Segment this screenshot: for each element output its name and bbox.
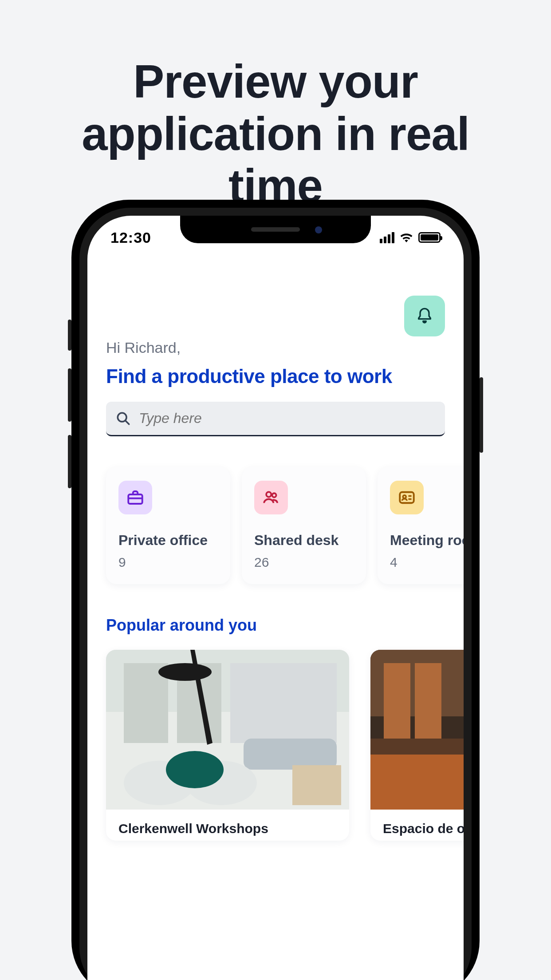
signal-icon bbox=[380, 232, 394, 243]
svg-rect-6 bbox=[400, 492, 414, 503]
popular-card[interactable]: Clerkenwell Workshops bbox=[106, 650, 349, 841]
category-count: 9 bbox=[118, 555, 218, 570]
phone-side-button bbox=[68, 368, 71, 422]
svg-point-19 bbox=[158, 663, 212, 681]
category-row[interactable]: Private office 9 Shared desk 26 bbox=[106, 467, 464, 584]
category-count: 4 bbox=[390, 555, 464, 570]
status-time: 12:30 bbox=[110, 229, 151, 246]
phone-screen: 12:30 Hi Richard, Find a productive plac… bbox=[87, 216, 464, 980]
battery-icon bbox=[418, 232, 441, 243]
svg-point-7 bbox=[403, 495, 406, 498]
popular-card[interactable]: Espacio de of bbox=[370, 650, 464, 841]
svg-point-5 bbox=[272, 493, 276, 497]
phone-side-button bbox=[480, 377, 483, 453]
category-card-shared-desk[interactable]: Shared desk 26 bbox=[242, 467, 366, 584]
popular-row[interactable]: Clerkenwell Workshops bbox=[106, 650, 464, 841]
svg-rect-26 bbox=[370, 739, 464, 755]
bell-icon bbox=[416, 307, 433, 325]
svg-line-1 bbox=[126, 420, 129, 424]
notifications-button[interactable] bbox=[404, 296, 445, 336]
svg-rect-20 bbox=[292, 765, 341, 805]
svg-rect-15 bbox=[244, 739, 337, 770]
phone-frame: 12:30 Hi Richard, Find a productive plac… bbox=[71, 200, 480, 980]
greeting-text: Hi Richard, bbox=[106, 339, 445, 356]
search-icon bbox=[116, 411, 131, 426]
svg-rect-25 bbox=[370, 752, 464, 810]
popular-section-title: Popular around you bbox=[106, 616, 445, 635]
tagline-text: Find a productive place to work bbox=[106, 365, 445, 387]
search-field[interactable] bbox=[106, 402, 445, 436]
search-input[interactable] bbox=[139, 410, 435, 427]
category-title: Shared desk bbox=[254, 532, 354, 549]
category-title: Meeting roo bbox=[390, 532, 464, 549]
popular-title: Clerkenwell Workshops bbox=[106, 810, 349, 841]
users-icon bbox=[262, 488, 280, 507]
category-card-meeting-room[interactable]: Meeting roo 4 bbox=[378, 467, 464, 584]
category-title: Private office bbox=[118, 532, 218, 549]
svg-point-18 bbox=[166, 751, 224, 788]
marketing-headline: Preview your application in real time bbox=[31, 55, 520, 212]
wifi-icon bbox=[400, 233, 413, 242]
popular-image bbox=[370, 650, 464, 810]
popular-image bbox=[106, 650, 349, 810]
phone-notch bbox=[180, 216, 371, 243]
svg-point-4 bbox=[266, 492, 271, 497]
svg-rect-14 bbox=[230, 663, 337, 743]
popular-title: Espacio de of bbox=[370, 810, 464, 841]
phone-side-button bbox=[68, 435, 71, 488]
category-count: 26 bbox=[254, 555, 354, 570]
id-card-icon bbox=[398, 488, 416, 507]
briefcase-icon bbox=[126, 488, 145, 507]
category-card-private-office[interactable]: Private office 9 bbox=[106, 467, 230, 584]
phone-side-button bbox=[68, 320, 71, 351]
